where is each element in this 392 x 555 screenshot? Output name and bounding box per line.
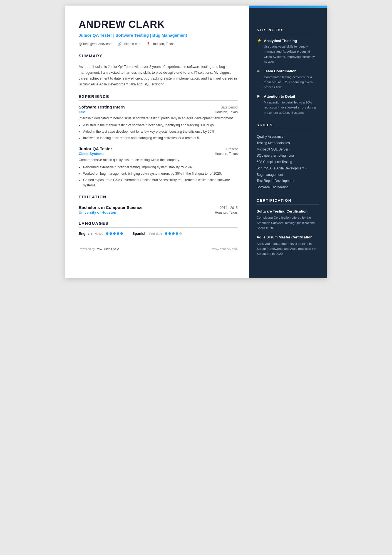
skill-4: SQL query scripting · Jira· [257, 152, 319, 159]
skill-3: Microsoft SQL Server· [257, 146, 319, 153]
dot-es-5 [179, 232, 182, 235]
exp-desc-2: Comprehensive role in quality assurance … [79, 157, 238, 163]
cert-desc-1: Completing Certification offered by the … [257, 215, 319, 230]
language-english-dots [106, 232, 123, 235]
languages-title: LANGUAGES [79, 221, 238, 226]
dot-es-2 [168, 232, 171, 235]
email-icon: @ [79, 42, 82, 46]
language-english-name: English [79, 231, 92, 236]
strength-detail-desc: My attention to detail led to a 20% redu… [257, 100, 319, 115]
strength-analytical: ⚡ Analytical Thinking Used analytical sk… [257, 38, 319, 65]
lightning-icon: ⚡ [257, 38, 262, 43]
exp-date-2: Present [226, 147, 238, 151]
language-english: English Native [79, 231, 123, 236]
left-column: ANDREW CLARK Junior QA Tester | Software… [65, 6, 249, 278]
skill-dot-3: · [289, 147, 290, 151]
language-spanish-name: Spanish [132, 231, 147, 236]
dot-en-4 [117, 232, 119, 235]
right-column: STRENGTHS ⚡ Analytical Thinking Used ana… [249, 6, 327, 278]
skill-dot-8: · [295, 179, 296, 183]
edu-years: 2014 - 2018 [220, 206, 238, 210]
skills-list: Quality Assurance· Testing Methodologies… [257, 134, 319, 191]
dot-es-4 [176, 232, 178, 235]
language-spanish-dots [165, 232, 182, 235]
strength-coordination-desc: Coordinated testing activities for a tea… [257, 75, 319, 90]
strength-detail-title: Attention to Detail [264, 94, 295, 98]
bullet-1-3: Involved in logging error reports and ma… [83, 135, 238, 141]
footer-url: www.enhancv.com [212, 247, 238, 251]
experience-divider [79, 100, 238, 101]
exp-date-1: Date period [220, 105, 238, 109]
cert-desc-2: Achieved management-level training in Sc… [257, 241, 319, 256]
strength-analytical-desc: Used analytical skills to identify, mana… [257, 44, 319, 65]
location-contact: 📍 Houston, Texas [146, 42, 175, 46]
cert-title-2: Agile Scrum Master Certification [257, 235, 319, 240]
location-icon: 📍 [146, 42, 150, 46]
skill-dot-1: · [284, 135, 285, 139]
summary-divider [79, 60, 238, 60]
strength-analytical-title: Analytical Thinking [264, 39, 297, 43]
strengths-section: STRENGTHS ⚡ Analytical Thinking Used ana… [257, 28, 319, 115]
top-accent-bar [249, 6, 327, 8]
bullet-2-2: Worked on bug management, bringing down … [83, 171, 238, 176]
cert-1: Software Testing Certification Completin… [257, 209, 319, 230]
edu-location: Houston, Texas [215, 211, 238, 214]
skill-dot-7: · [284, 173, 284, 177]
exp-role-2: Junior QA Tester [79, 146, 112, 151]
dot-en-2 [110, 232, 112, 235]
resume-wrapper: ANDREW CLARK Junior QA Tester | Software… [65, 6, 327, 278]
exp-bullets-1: Assisted in the manual testing of softwa… [79, 123, 238, 141]
edu-header: Bachelor's in Computer Science 2014 - 20… [79, 205, 238, 210]
exp-company-row-1: IBM Houston, Texas [79, 110, 238, 114]
certification-title: CERTIFICATION [257, 198, 319, 203]
strength-coordination-title: Team Coordination [264, 69, 296, 73]
flag-icon: ⚑ [257, 94, 262, 99]
strength-detail: ⚑ Attention to Detail My attention to de… [257, 94, 319, 115]
bullet-2-1: Performed extensive functional testing, … [83, 165, 238, 170]
exp-location-1: Houston, Texas [215, 110, 238, 114]
skill-6: Scrum/SAFe Agile Development· [257, 165, 319, 172]
dot-en-3 [113, 232, 116, 235]
skill-dot-2: · [290, 141, 291, 145]
skill-dot-6: · [305, 166, 306, 170]
exp-header-2: Junior QA Tester Present [79, 146, 238, 151]
enhancv-logo: Enhancv [96, 247, 119, 251]
logo-icon [96, 247, 103, 251]
strength-coordination-header: ✏ Team Coordination [257, 69, 319, 73]
powered-by: Powered by Enhancv [79, 247, 119, 251]
languages-divider [79, 227, 238, 228]
edu-school: University of Houston [79, 210, 116, 214]
skills-section: SKILLS Quality Assurance· Testing Method… [257, 123, 319, 191]
linkedin-contact: 🔗 linkedin.com [118, 42, 142, 46]
dot-en-5 [120, 232, 123, 235]
summary-title: SUMMARY [79, 54, 238, 58]
skill-7: Bug management· [257, 172, 319, 178]
language-english-level: Native [95, 232, 103, 235]
dot-es-1 [165, 232, 167, 235]
certification-divider [257, 204, 319, 204]
language-spanish: Spanish Proficient [132, 231, 182, 236]
cert-2: Agile Scrum Master Certification Achieve… [257, 235, 319, 256]
linkedin-icon: 🔗 [118, 42, 122, 46]
strengths-divider [257, 34, 319, 34]
experience-section: EXPERIENCE Software Testing Intern Date … [79, 94, 238, 188]
bullet-1-1: Assisted in the manual testing of softwa… [83, 123, 238, 128]
experience-item-1: Software Testing Intern Date period IBM … [79, 105, 238, 141]
certification-section: CERTIFICATION Software Testing Certifica… [257, 198, 319, 256]
exp-header-1: Software Testing Intern Date period [79, 105, 238, 109]
exp-company-1: IBM [79, 110, 85, 114]
left-footer: Powered by Enhancv www.enhancv.com [79, 247, 238, 251]
strength-analytical-header: ⚡ Analytical Thinking [257, 38, 319, 43]
exp-desc-1: Internship dedicated to honing skills in… [79, 116, 238, 121]
skill-1: Quality Assurance· [257, 134, 319, 140]
candidate-name: ANDREW CLARK [79, 19, 238, 30]
strength-coordination: ✏ Team Coordination Coordinated testing … [257, 69, 319, 90]
dot-en-1 [106, 232, 108, 235]
cert-title-1: Software Testing Certification [257, 209, 319, 214]
language-spanish-level: Proficient [149, 232, 162, 235]
skill-9: Software Engineering [257, 184, 319, 191]
bullet-2-3: Gained exposure to GSA Government Sectio… [83, 177, 238, 188]
dot-es-3 [172, 232, 175, 235]
summary-text: As an enthusiastic Junior QA Tester with… [79, 64, 238, 88]
pencil-icon: ✏ [257, 69, 262, 73]
